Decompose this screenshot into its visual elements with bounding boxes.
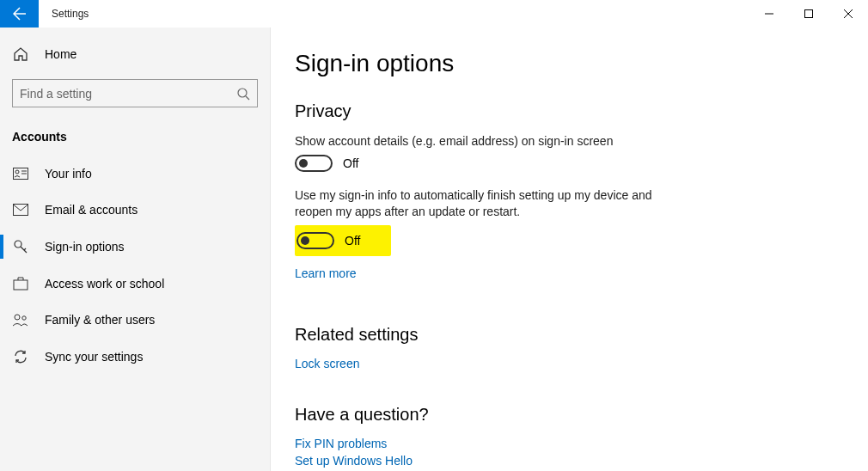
svg-rect-1 [805,10,813,18]
person-card-icon [12,168,29,180]
mail-icon [12,204,29,216]
key-icon [12,239,29,254]
minimize-button[interactable] [749,0,789,28]
svg-rect-12 [14,280,28,290]
category-header: Accounts [0,123,270,156]
nav-label: Sync your settings [45,350,143,364]
app-title: Settings [39,0,89,28]
windows-hello-link[interactable]: Set up Windows Hello [295,454,868,468]
close-button[interactable] [828,0,868,28]
question-heading: Have a question? [295,405,868,425]
maximize-button[interactable] [789,0,828,28]
highlighted-toggle-row: Off [295,225,391,256]
people-icon [12,313,29,327]
home-nav[interactable]: Home [0,28,270,70]
sidebar: Home Accounts Your info Email & accounts [0,28,271,471]
privacy-option2-state: Off [345,234,360,248]
svg-rect-8 [14,205,28,216]
page-title: Sign-in options [295,50,868,77]
nav-family-users[interactable]: Family & other users [0,302,270,338]
fix-pin-link[interactable]: Fix PIN problems [295,437,868,450]
svg-point-9 [15,241,21,248]
main-content: Sign-in options Privacy Show account det… [271,28,868,471]
svg-line-11 [24,248,26,250]
nav-sign-in-options[interactable]: Sign-in options [0,228,270,266]
home-icon [12,46,29,62]
sync-icon [12,349,29,364]
privacy-option1-state: Off [343,156,358,170]
search-input[interactable] [20,87,236,101]
nav-access-work-school[interactable]: Access work or school [0,266,270,302]
privacy-option1-toggle[interactable] [295,155,333,172]
search-box[interactable] [12,79,258,107]
nav-label: Access work or school [45,277,164,291]
close-icon [844,9,853,18]
nav-label: Your info [45,167,92,180]
privacy-option2-toggle[interactable] [296,232,334,249]
home-label: Home [45,47,76,61]
svg-line-3 [246,96,249,100]
back-arrow-icon [13,7,27,21]
back-button[interactable] [0,0,39,28]
nav-label: Family & other users [45,313,155,327]
search-icon [236,87,250,101]
related-heading: Related settings [295,325,868,345]
nav-email-accounts[interactable]: Email & accounts [0,192,270,228]
learn-more-link[interactable]: Learn more [295,266,357,280]
lock-screen-link[interactable]: Lock screen [295,357,868,370]
svg-point-2 [238,89,247,97]
titlebar: Settings [0,0,868,28]
svg-point-5 [15,170,19,174]
svg-point-14 [22,316,26,320]
svg-point-13 [15,315,20,320]
privacy-heading: Privacy [295,101,868,121]
nav-your-info[interactable]: Your info [0,156,270,192]
privacy-option2-text: Use my sign-in info to automatically fin… [295,187,673,220]
privacy-option1-text: Show account details (e.g. email address… [295,133,673,150]
maximize-icon [804,9,813,18]
nav-label: Email & accounts [45,203,138,217]
minimize-icon [765,9,773,18]
briefcase-icon [12,277,29,291]
nav-list: Your info Email & accounts Sign-in optio… [0,156,270,376]
nav-sync-settings[interactable]: Sync your settings [0,338,270,376]
window-caption-buttons [749,0,868,28]
svg-line-10 [21,247,27,253]
nav-label: Sign-in options [45,240,125,254]
